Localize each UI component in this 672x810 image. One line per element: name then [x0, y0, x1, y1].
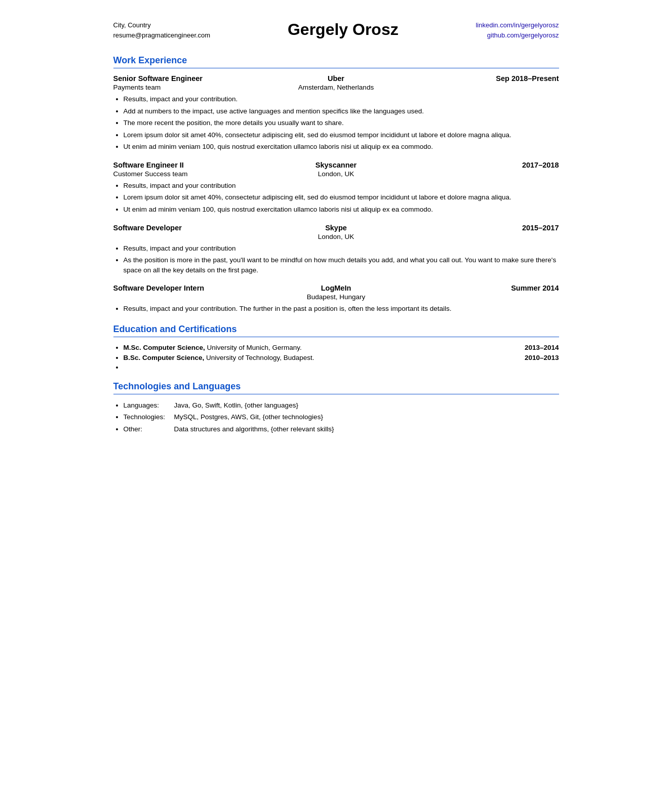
tech-technologies: Technologies: MySQL, Postgres, AWS, Git,…	[124, 412, 559, 422]
job-header-skype: Software Developer Skype 2015–2017	[113, 224, 559, 232]
header-city: City, Country	[113, 20, 211, 30]
job-team-logmein	[113, 293, 262, 301]
job-header-logmein: Software Developer Intern LogMeIn Summer…	[113, 284, 559, 292]
job-title-logmein: Software Developer Intern	[113, 284, 262, 292]
job-company-uber: Uber	[262, 74, 410, 83]
header-center: Gergely Orosz	[210, 20, 476, 39]
edu-dates-msc: 2013–2014	[525, 344, 559, 351]
header-links: linkedin.com/in/gergelyorosz github.com/…	[476, 20, 559, 40]
job-company-skype: Skype	[262, 224, 410, 232]
technologies-divider	[113, 394, 559, 394]
job-entry-uber: Senior Software Engineer Uber Sep 2018–P…	[113, 74, 559, 152]
list-item: Lorem ipsum dolor sit amet 40%, consecte…	[124, 192, 559, 202]
header-email: resume@pragmaticengineer.com	[113, 30, 211, 40]
job-location-logmein: Budapest, Hungary	[262, 293, 410, 301]
edu-item-bsc: B.Sc. Computer Science, University of Te…	[124, 354, 559, 361]
job-team-skyscanner: Customer Success team	[113, 170, 262, 178]
edu-degree-bold-bsc: B.Sc. Computer Science,	[124, 354, 205, 361]
full-name: Gergely Orosz	[210, 20, 476, 39]
list-item	[124, 363, 559, 371]
tech-languages: Languages: Java, Go, Swift, Kotlin, {oth…	[124, 400, 559, 411]
list-item: Results, impact and your contribution	[124, 181, 559, 191]
list-item: Technologies: MySQL, Postgres, AWS, Git,…	[124, 412, 559, 422]
job-title-skype: Software Developer	[113, 224, 262, 232]
job-title-uber: Senior Software Engineer	[113, 74, 262, 83]
job-title-skyscanner: Software Engineer II	[113, 161, 262, 169]
tech-label-languages: Languages:	[124, 400, 174, 411]
job-bullets-uber: Results, impact and your contribution. A…	[124, 94, 559, 152]
job-bullets-skype: Results, impact and your contribution As…	[124, 244, 559, 275]
job-entry-logmein: Software Developer Intern LogMeIn Summer…	[113, 284, 559, 314]
job-dates-uber: Sep 2018–Present	[410, 74, 559, 83]
job-dates-skyscanner: 2017–2018	[410, 161, 559, 169]
job-header-skyscanner: Software Engineer II Skyscanner 2017–201…	[113, 161, 559, 169]
tech-other: Other: Data structures and algorithms, {…	[124, 424, 559, 434]
list-item: Results, impact and your contribution.	[124, 94, 559, 104]
tech-value-languages: Java, Go, Swift, Kotlin, {other language…	[174, 400, 559, 411]
edu-institution-msc-text: University of Munich, Germany.	[207, 344, 302, 351]
edu-degree-bsc: B.Sc. Computer Science, University of Te…	[124, 354, 525, 361]
resume-header: City, Country resume@pragmaticengineer.c…	[113, 20, 559, 40]
work-experience-divider	[113, 68, 559, 68]
edu-item-msc: M.Sc. Computer Science, University of Mu…	[124, 344, 559, 351]
job-location-uber: Amsterdam, Netherlands	[262, 84, 410, 91]
list-item: The more recent the position, the more d…	[124, 118, 559, 128]
job-subheader-uber: Payments team Amsterdam, Netherlands	[113, 84, 559, 91]
job-subheader-logmein: Budapest, Hungary	[113, 293, 559, 301]
edu-dates-bsc: 2010–2013	[525, 354, 559, 361]
list-item: Results, impact and your contribution. T…	[124, 304, 559, 314]
job-bullets-logmein: Results, impact and your contribution. T…	[124, 304, 559, 314]
education-divider	[113, 337, 559, 337]
list-item: As the position is more in the past, you…	[124, 255, 559, 275]
edu-degree-bold-msc: M.Sc. Computer Science,	[124, 344, 205, 351]
github-link[interactable]: github.com/gergelyorosz	[476, 30, 559, 40]
job-dates-logmein: Summer 2014	[410, 284, 559, 292]
list-item: Lorem ipsum dolor sit amet 40%, consecte…	[124, 130, 559, 140]
tech-label-other: Other:	[124, 424, 174, 434]
job-bullets-skyscanner: Results, impact and your contribution Lo…	[124, 181, 559, 215]
education-title: Education and Certifications	[113, 324, 559, 335]
education-list: M.Sc. Computer Science, University of Mu…	[124, 343, 559, 371]
technologies-list: Languages: Java, Go, Swift, Kotlin, {oth…	[124, 400, 559, 434]
linkedin-link[interactable]: linkedin.com/in/gergelyorosz	[476, 20, 559, 30]
job-company-logmein: LogMeIn	[262, 284, 410, 292]
list-item: Results, impact and your contribution	[124, 244, 559, 254]
list-item: B.Sc. Computer Science, University of Te…	[124, 353, 559, 361]
tech-value-technologies: MySQL, Postgres, AWS, Git, {other techno…	[174, 412, 559, 422]
list-item: Ut enim ad minim veniam 100, quis nostru…	[124, 142, 559, 152]
header-contact-left: City, Country resume@pragmaticengineer.c…	[113, 20, 211, 40]
job-team-skype	[113, 233, 262, 240]
list-item: Add at numbers to the impact, use active…	[124, 106, 559, 116]
edu-institution-bsc-text: University of Technology, Budapest.	[206, 354, 314, 361]
job-location-skyscanner: London, UK	[262, 170, 410, 178]
technologies-title: Technologies and Languages	[113, 381, 559, 392]
edu-degree-msc: M.Sc. Computer Science, University of Mu…	[124, 344, 525, 351]
list-item: Ut enim ad minim veniam 100, quis nostru…	[124, 205, 559, 215]
technologies-section: Technologies and Languages Languages: Ja…	[113, 381, 559, 434]
work-experience-title: Work Experience	[113, 55, 559, 66]
list-item: Languages: Java, Go, Swift, Kotlin, {oth…	[124, 400, 559, 411]
job-subheader-skyscanner: Customer Success team London, UK	[113, 170, 559, 178]
tech-label-technologies: Technologies:	[124, 412, 174, 422]
job-entry-skype: Software Developer Skype 2015–2017 Londo…	[113, 224, 559, 275]
list-item: M.Sc. Computer Science, University of Mu…	[124, 343, 559, 351]
job-subheader-skype: London, UK	[113, 233, 559, 240]
tech-value-other: Data structures and algorithms, {other r…	[174, 424, 559, 434]
job-company-skyscanner: Skyscanner	[262, 161, 410, 169]
work-experience-section: Work Experience Senior Software Engineer…	[113, 55, 559, 314]
list-item: Other: Data structures and algorithms, {…	[124, 424, 559, 434]
job-dates-skype: 2015–2017	[410, 224, 559, 232]
job-entry-skyscanner: Software Engineer II Skyscanner 2017–201…	[113, 161, 559, 215]
education-section: Education and Certifications M.Sc. Compu…	[113, 324, 559, 371]
job-team-uber: Payments team	[113, 84, 262, 91]
job-location-skype: London, UK	[262, 233, 410, 240]
job-header-uber: Senior Software Engineer Uber Sep 2018–P…	[113, 74, 559, 83]
